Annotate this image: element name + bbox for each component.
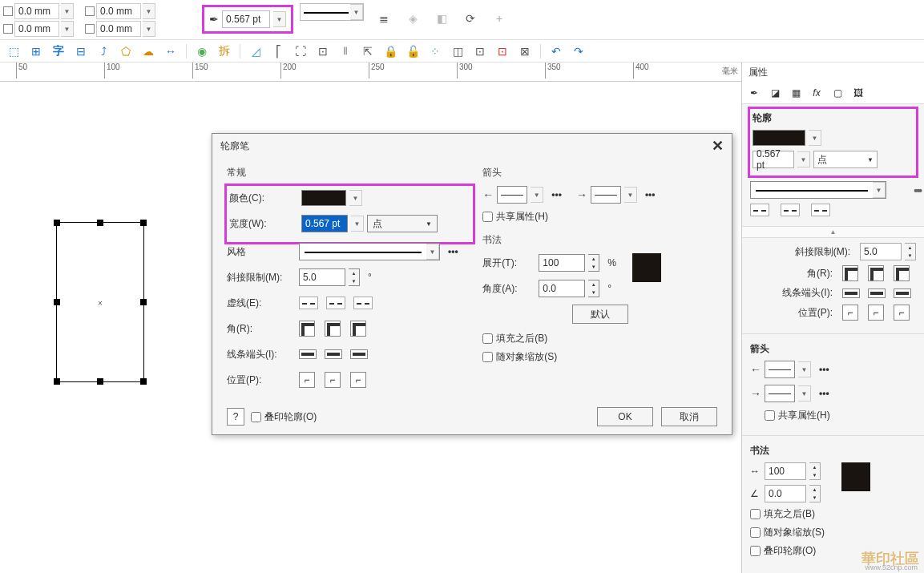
pos-outside[interactable]: ⌐ xyxy=(299,372,315,388)
redo-icon[interactable]: ↷ xyxy=(570,42,587,60)
selected-rectangle[interactable]: × xyxy=(56,222,144,382)
dock-color-picker[interactable] xyxy=(753,130,805,146)
pos-center[interactable]: ⌐ xyxy=(325,372,341,388)
overprint-check[interactable] xyxy=(251,412,261,422)
scale-check[interactable] xyxy=(482,352,493,362)
angle-spinner[interactable]: ▲▼ xyxy=(588,280,599,297)
combine-icon[interactable]: ◧ xyxy=(433,10,450,27)
miter-input[interactable]: 5.0 xyxy=(299,268,345,286)
tool-icon[interactable]: ⊞ xyxy=(27,42,45,60)
pointer-icon[interactable]: ⇱ xyxy=(359,42,377,60)
arrow-end-dropdown[interactable] xyxy=(591,186,621,204)
width-value-input[interactable]: 0.567 pt xyxy=(301,215,348,232)
docker-more-icon[interactable]: ••• xyxy=(914,184,921,197)
close-icon[interactable]: ✕ xyxy=(712,137,724,155)
wrap-text-icon[interactable]: ≣ xyxy=(375,10,393,27)
dock-cap-2[interactable] xyxy=(868,289,886,298)
dock-miter-input[interactable]: 5.0 xyxy=(860,243,902,260)
shape-icon[interactable]: ⬠ xyxy=(117,42,135,60)
color-dropdown[interactable]: ▼ xyxy=(349,190,362,206)
x-dropdown[interactable]: ▼ xyxy=(61,3,74,19)
dash-opt-3[interactable] xyxy=(353,297,373,309)
dock-corner-1[interactable] xyxy=(842,265,858,281)
dock-color-dd[interactable]: ▼ xyxy=(809,130,821,146)
bars-icon[interactable]: ⦀ xyxy=(337,42,354,60)
fill-tab-icon[interactable]: ◪ xyxy=(768,86,782,100)
expand-up[interactable]: ▲ xyxy=(742,226,924,238)
style-dropdown[interactable]: ▼ xyxy=(299,243,440,260)
path-icon[interactable]: ⤴ xyxy=(95,42,112,60)
dock-arrow-end-more[interactable]: ••• xyxy=(819,388,829,399)
h-dropdown[interactable]: ▼ xyxy=(143,21,155,37)
dock-overprint-check[interactable] xyxy=(750,546,761,556)
dock-corner-2[interactable] xyxy=(868,265,884,281)
pos-inside[interactable]: ⌐ xyxy=(350,372,366,388)
handle-mr[interactable] xyxy=(140,299,147,305)
outline-width-field[interactable]: 0.567 pt xyxy=(222,10,270,28)
outline-tab-icon[interactable]: ✒ xyxy=(747,86,761,100)
ruler-v-icon[interactable]: ⎡ xyxy=(269,42,287,60)
break-char-icon[interactable]: 拆 xyxy=(216,42,233,60)
dock-style-dropdown[interactable]: ▼ xyxy=(750,181,886,199)
dock-scale-check[interactable] xyxy=(750,527,761,538)
trans-tab-icon[interactable]: ▦ xyxy=(789,86,803,100)
behind-fill-check[interactable] xyxy=(482,333,493,344)
dock-corner-3[interactable] xyxy=(894,265,910,281)
spread-input[interactable]: 100 xyxy=(539,254,585,272)
y-pos-input[interactable]: 0.0 mm xyxy=(14,21,59,37)
arrow-start-dropdown[interactable] xyxy=(497,186,527,204)
width-input[interactable]: 0.0 mm xyxy=(96,3,141,19)
cap-round[interactable] xyxy=(325,349,342,359)
style-more-icon[interactable]: ••• xyxy=(448,246,458,257)
outline-width-dropdown[interactable]: ▼ xyxy=(273,11,286,27)
w-dropdown[interactable]: ▼ xyxy=(143,3,155,19)
image-tab-icon[interactable]: 🖼 xyxy=(851,86,865,100)
share-attr-check[interactable] xyxy=(482,212,493,222)
dock-unit-dropdown[interactable]: 点▼ xyxy=(813,151,878,168)
plus-icon[interactable]: + xyxy=(490,10,508,27)
grid-icon[interactable]: ⊟ xyxy=(72,42,90,60)
arrow-end-more[interactable]: ••• xyxy=(645,189,656,200)
handle-ml[interactable] xyxy=(54,299,60,305)
arrow-tool-icon[interactable]: ↔ xyxy=(162,42,180,60)
line-style-dropdown[interactable]: ▼ xyxy=(300,3,364,21)
fx-tab-icon[interactable]: fx xyxy=(809,86,824,100)
dock-pos-2[interactable]: ⌐ xyxy=(868,305,884,321)
dock-dash-3[interactable] xyxy=(811,204,830,216)
dock-pos-1[interactable]: ⌐ xyxy=(842,305,858,321)
handle-bm[interactable] xyxy=(97,378,103,385)
undo-icon[interactable]: ↶ xyxy=(547,42,565,60)
dock-width-input[interactable]: 0.567 pt xyxy=(753,151,794,168)
handle-tl[interactable] xyxy=(54,220,60,226)
t1-icon[interactable]: ⊡ xyxy=(471,42,489,60)
expand-icon[interactable]: ⛶ xyxy=(292,42,309,60)
char-icon[interactable]: 字 xyxy=(50,42,67,60)
align-icon[interactable]: ⊡ xyxy=(314,42,332,60)
snap-icon[interactable]: ◫ xyxy=(449,42,466,60)
width-val-dropdown[interactable]: ▼ xyxy=(351,216,364,232)
handle-br[interactable] xyxy=(140,378,147,385)
arrow-end-dd-btn[interactable]: ▼ xyxy=(624,187,637,203)
dock-cap-1[interactable] xyxy=(842,289,860,298)
dock-width-dd[interactable]: ▼ xyxy=(797,151,810,167)
break-icon[interactable]: ⟳ xyxy=(462,10,479,27)
dock-arrow-start-more[interactable]: ••• xyxy=(819,364,829,375)
cancel-button[interactable]: 取消 xyxy=(661,407,717,426)
spread-spinner[interactable]: ▲▼ xyxy=(588,254,599,272)
default-button[interactable]: 默认 xyxy=(572,305,628,324)
dock-spread-spin[interactable]: ▲▼ xyxy=(809,462,821,480)
cap-butt[interactable] xyxy=(299,349,317,359)
circle-tool-icon[interactable]: ◉ xyxy=(193,42,211,60)
dock-angle-input[interactable]: 0.0 xyxy=(765,485,806,502)
dock-angle-spin[interactable]: ▲▼ xyxy=(809,485,821,502)
dots-icon[interactable]: ⁘ xyxy=(426,42,444,60)
crop-icon[interactable]: ⊡ xyxy=(494,42,511,60)
crop2-icon[interactable]: ⊠ xyxy=(516,42,534,60)
miter-spinner[interactable]: ▲▼ xyxy=(349,268,360,286)
lock-icon[interactable]: 🔒 xyxy=(381,42,399,60)
x-pos-input[interactable]: 0.0 mm xyxy=(14,3,59,19)
handle-tr[interactable] xyxy=(140,220,147,226)
dock-arrow-start[interactable] xyxy=(765,361,795,378)
dash-opt-2[interactable] xyxy=(326,297,345,309)
help-button[interactable]: ? xyxy=(227,408,244,426)
